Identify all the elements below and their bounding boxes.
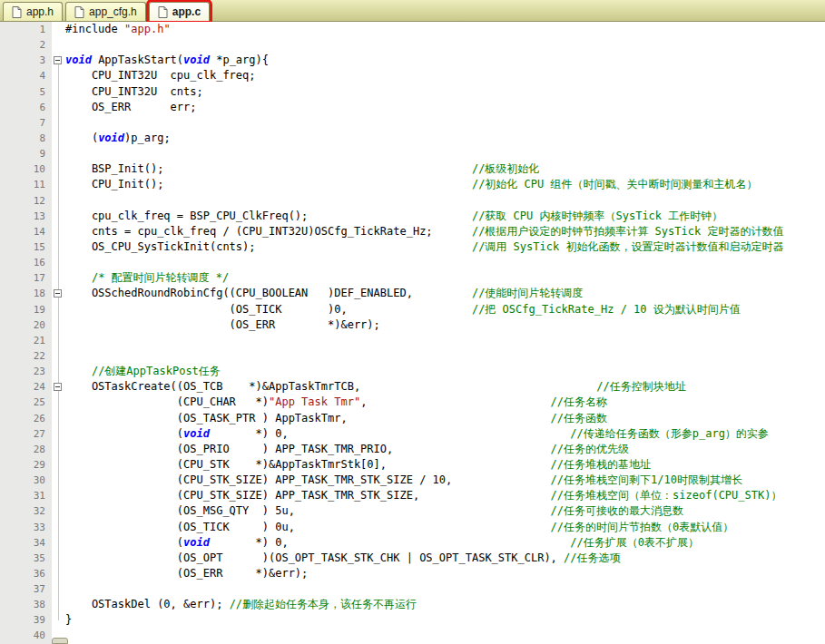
code-text: BSP_Init();//板级初始化 <box>65 161 825 177</box>
code-text: (OS_TASK_PTR ) AppTaskTmr,//任务函数 <box>65 411 825 426</box>
code-token: cpu_clk_freq = BSP_CPU_ClkFreq(); <box>65 210 308 222</box>
hscrollbar-thumb[interactable] <box>52 638 68 644</box>
code-line[interactable]: 24 OSTaskCreate((OS_TCB *)&AppTaskTmrTCB… <box>0 379 825 395</box>
code-text: (void *) 0,//传递给任务函数（形参p_arg）的实参 <box>65 426 825 442</box>
tab-app-c[interactable]: app.c <box>149 2 210 21</box>
code-lines: 1#include "app.h"23void AppTaskStart(voi… <box>0 22 825 644</box>
code-line[interactable]: 29 (CPU_STK *)&AppTaskTmrStk[0],//任务堆栈的基… <box>0 457 825 473</box>
comment-token: //任务堆栈空间剩下1/10时限制其增长 <box>551 473 742 488</box>
string-token: "app.h" <box>124 23 171 35</box>
line-number: 9 <box>0 146 52 161</box>
code-token: , <box>360 395 367 408</box>
code-line[interactable]: 40 <box>0 628 825 643</box>
code-line[interactable]: 6 OS_ERR err; <box>0 100 825 115</box>
code-text: (CPU_STK *)&AppTaskTmrStk[0],//任务堆栈的基地址 <box>65 457 825 473</box>
code-line[interactable]: 33 (OS_TICK ) 0u,//任务的时间片节拍数（0表默认值） <box>0 520 825 535</box>
code-text <box>65 115 825 131</box>
code-line[interactable]: 28 (OS_PRIO ) APP_TASK_TMR_PRIO,//任务的优先级 <box>0 442 825 457</box>
comment-token: //任务函数 <box>551 411 607 426</box>
code-token: (OS_TICK ) 0u, <box>65 521 295 533</box>
code-line[interactable]: 3void AppTaskStart(void *p_arg){ <box>0 53 825 68</box>
tab-app-h[interactable]: app.h <box>3 2 63 21</box>
code-line[interactable]: 27 (void *) 0,//传递给任务函数（形参p_arg）的实参 <box>0 426 825 442</box>
code-token: (CPU_STK_SIZE) APP_TASK_TMR_STK_SIZE, <box>65 489 419 502</box>
code-token <box>65 271 92 284</box>
comment-token: //根据用户设定的时钟节拍频率计算 SysTick 定时器的计数值 <box>472 224 783 239</box>
code-line[interactable]: 7 <box>0 115 825 131</box>
code-token: CPU_INT32U cnts; <box>65 85 203 98</box>
code-line[interactable]: 31 (CPU_STK_SIZE) APP_TASK_TMR_STK_SIZE,… <box>0 488 825 503</box>
comment-token: //任务控制块地址 <box>596 379 685 395</box>
code-line[interactable]: 22 <box>0 348 825 364</box>
code-line[interactable]: 5 CPU_INT32U cnts; <box>0 84 825 100</box>
comment-token: //任务名称 <box>551 395 607 410</box>
comment-token: //获取 CPU 内核时钟频率（SysTick 工作时钟） <box>472 209 722 224</box>
line-number: 39 <box>0 612 52 628</box>
tab-label: app_cfg.h <box>89 5 137 18</box>
code-line[interactable]: 25 (CPU_CHAR *)"App Task Tmr",//任务名称 <box>0 395 825 410</box>
code-line[interactable]: 30 (CPU_STK_SIZE) APP_TASK_TMR_STK_SIZE … <box>0 473 825 488</box>
code-line[interactable]: 4 CPU_INT32U cpu_clk_freq; <box>0 68 825 83</box>
code-line[interactable]: 15 OS_CPU_SysTickInit(cnts);//调用 SysTick… <box>0 239 825 255</box>
code-token: )p_arg; <box>124 132 171 144</box>
code-token <box>65 365 92 377</box>
code-line[interactable]: 32 (OS_MSG_QTY ) 5u,//任务可接收的最大消息数 <box>0 503 825 519</box>
fold-collapse-icon[interactable] <box>54 289 62 298</box>
code-line[interactable]: 34 (void *) 0,//任务扩展（0表不扩展） <box>0 535 825 551</box>
line-number: 30 <box>0 473 52 488</box>
code-line[interactable]: 18 OSSchedRoundRobinCfg((CPU_BOOLEAN )DE… <box>0 286 825 301</box>
code-editor[interactable]: 1#include "app.h"23void AppTaskStart(voi… <box>0 22 825 644</box>
line-number: 20 <box>0 317 52 333</box>
code-text: (OS_TICK )0,//把 OSCfg_TickRate_Hz / 10 设… <box>65 302 825 317</box>
line-number: 3 <box>0 53 52 68</box>
code-line[interactable]: 37 <box>0 581 825 597</box>
keyword-token: void <box>183 427 210 440</box>
code-line[interactable]: 1#include "app.h" <box>0 22 825 37</box>
fold-collapse-icon[interactable] <box>54 56 62 64</box>
code-line[interactable]: 9 <box>0 146 825 161</box>
line-number: 32 <box>0 503 52 519</box>
tab-app-cfg-h[interactable]: app_cfg.h <box>65 2 146 21</box>
line-number: 16 <box>0 255 52 270</box>
code-line[interactable]: 2 <box>0 37 825 53</box>
code-line[interactable]: 13 cpu_clk_freq = BSP_CPU_ClkFreq();//获取… <box>0 209 825 224</box>
comment-token: //板级初始化 <box>472 161 539 177</box>
line-number: 27 <box>0 426 52 442</box>
code-line[interactable]: 26 (OS_TASK_PTR ) AppTaskTmr,//任务函数 <box>0 411 825 426</box>
code-line[interactable]: 20 (OS_ERR *)&err); <box>0 317 825 333</box>
code-token: OS_ERR err; <box>65 101 197 113</box>
code-line[interactable]: 19 (OS_TICK )0,//把 OSCfg_TickRate_Hz / 1… <box>0 302 825 317</box>
code-token: OSTaskDel (0, &err); <box>65 598 230 610</box>
line-number: 26 <box>0 411 52 426</box>
code-line[interactable]: 39} <box>0 612 825 628</box>
line-number: 13 <box>0 209 52 224</box>
code-line[interactable]: 14 cnts = cpu_clk_freq / (CPU_INT32U)OSC… <box>0 224 825 239</box>
code-token: (OS_TICK )0, <box>65 303 348 316</box>
code-text: cpu_clk_freq = BSP_CPU_ClkFreq();//获取 CP… <box>65 209 825 224</box>
code-line[interactable]: 8 (void)p_arg; <box>0 131 825 146</box>
line-number: 11 <box>0 177 52 192</box>
code-line[interactable]: 16 <box>0 255 825 270</box>
code-line[interactable]: 35 (OS_OPT )(OS_OPT_TASK_STK_CHK | OS_OP… <box>0 551 825 566</box>
code-text <box>65 37 825 53</box>
code-line[interactable]: 10 BSP_Init();//板级初始化 <box>0 161 825 177</box>
code-text: OSTaskCreate((OS_TCB *)&AppTaskTmrTCB,//… <box>65 379 825 395</box>
code-text: OS_CPU_SysTickInit(cnts);//调用 SysTick 初始… <box>65 239 825 255</box>
code-line[interactable]: 38 OSTaskDel (0, &err); //删除起始任务本身，该任务不再… <box>0 597 825 612</box>
code-line[interactable]: 12 <box>0 193 825 209</box>
fold-collapse-icon[interactable] <box>54 383 62 391</box>
code-line[interactable]: 23 //创建AppTaskPost任务 <box>0 364 825 379</box>
code-line[interactable]: 17 /* 配置时间片轮转调度 */ <box>0 270 825 286</box>
line-number: 6 <box>0 100 52 115</box>
keyword-token: void <box>98 132 124 144</box>
code-line[interactable]: 11 CPU_Init();//初始化 CPU 组件（时间戳、关中断时间测量和主… <box>0 177 825 192</box>
code-text <box>65 348 825 364</box>
code-text: #include "app.h" <box>65 22 825 37</box>
code-token: cnts = cpu_clk_freq / (CPU_INT32U)OSCfg_… <box>65 225 433 238</box>
code-text: (OS_ERR *)&err); <box>65 566 825 581</box>
code-line[interactable]: 21 <box>0 333 825 348</box>
code-line[interactable]: 36 (OS_ERR *)&err); <box>0 566 825 581</box>
line-number: 28 <box>0 442 52 457</box>
code-token: (CPU_STK *)&AppTaskTmrStk[0], <box>65 458 387 471</box>
comment-token: //任务的时间片节拍数（0表默认值） <box>551 520 734 535</box>
